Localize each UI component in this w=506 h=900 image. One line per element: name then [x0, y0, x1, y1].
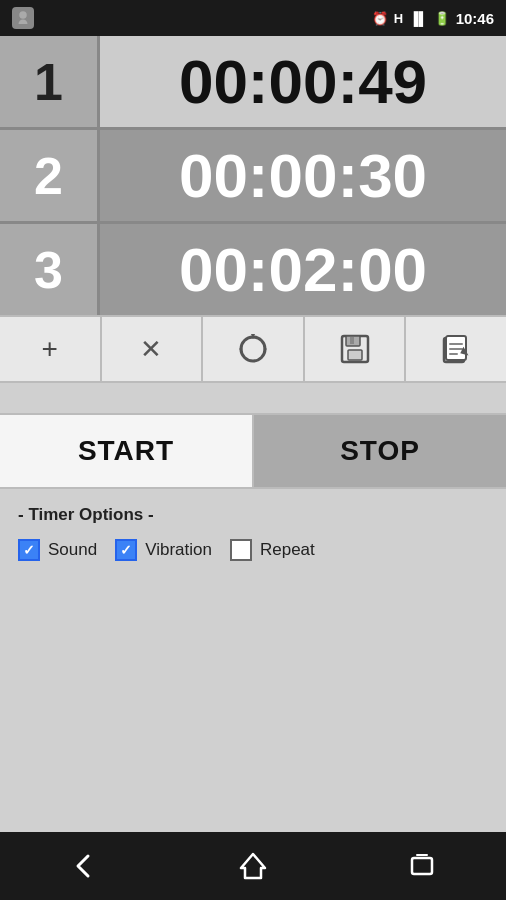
remove-icon: ✕ [140, 334, 162, 365]
status-time: 10:46 [456, 10, 494, 27]
load-button[interactable] [406, 317, 506, 381]
save-button[interactable] [305, 317, 407, 381]
repeat-label: Repeat [260, 540, 315, 560]
back-icon [68, 850, 100, 882]
save-icon [340, 334, 370, 364]
vibration-option[interactable]: Vibration [115, 539, 212, 561]
timer-row-2[interactable]: 2 00:00:30 [0, 130, 506, 224]
timer-value-1: 00:00:49 [100, 36, 506, 127]
options-title: - Timer Options - [18, 505, 488, 525]
remove-button[interactable]: ✕ [102, 317, 204, 381]
timer-options: - Timer Options - Sound Vibration Repeat [0, 489, 506, 577]
timer-row-1[interactable]: 1 00:00:49 [0, 36, 506, 130]
home-button[interactable] [237, 850, 269, 882]
sound-option[interactable]: Sound [18, 539, 97, 561]
stop-button[interactable]: STOP [254, 415, 506, 487]
svg-point-0 [19, 11, 27, 19]
vibration-label: Vibration [145, 540, 212, 560]
refresh-icon [237, 333, 269, 365]
alarm-icon: ⏰ [372, 11, 388, 26]
vibration-checkbox[interactable] [115, 539, 137, 561]
options-row: Sound Vibration Repeat [18, 539, 488, 561]
svg-rect-9 [412, 858, 432, 874]
svg-rect-4 [348, 350, 362, 360]
app-icon [12, 7, 34, 29]
load-icon [441, 334, 471, 364]
timer-grid: 1 00:00:49 2 00:00:30 3 00:02:00 [0, 36, 506, 315]
repeat-checkbox[interactable] [230, 539, 252, 561]
timer-row-3[interactable]: 3 00:02:00 [0, 224, 506, 315]
status-left-icons [12, 7, 34, 29]
timer-number-1: 1 [0, 36, 100, 127]
status-right-icons: ⏰ H ▐▌ 🔋 10:46 [372, 10, 494, 27]
back-button[interactable] [68, 850, 100, 882]
signal-bars-icon: ▐▌ [409, 11, 427, 26]
svg-rect-10 [416, 854, 428, 856]
add-button[interactable]: + [0, 317, 102, 381]
signal-h-icon: H [394, 11, 403, 26]
sound-label: Sound [48, 540, 97, 560]
start-button[interactable]: START [0, 415, 254, 487]
sound-checkbox[interactable] [18, 539, 40, 561]
timer-value-3: 00:02:00 [100, 224, 506, 315]
recents-icon [406, 850, 438, 882]
timer-value-2: 00:00:30 [100, 130, 506, 221]
spacer [0, 383, 506, 413]
main-content [0, 577, 506, 832]
timer-number-3: 3 [0, 224, 100, 315]
home-icon [237, 850, 269, 882]
status-bar: ⏰ H ▐▌ 🔋 10:46 [0, 0, 506, 36]
battery-icon: 🔋 [434, 11, 450, 26]
start-stop-controls: START STOP [0, 413, 506, 489]
timer-number-2: 2 [0, 130, 100, 221]
repeat-option[interactable]: Repeat [230, 539, 315, 561]
recents-button[interactable] [406, 850, 438, 882]
toolbar: + ✕ [0, 315, 506, 383]
svg-marker-8 [241, 854, 265, 878]
svg-rect-5 [350, 337, 354, 344]
refresh-button[interactable] [203, 317, 305, 381]
nav-bar [0, 832, 506, 900]
